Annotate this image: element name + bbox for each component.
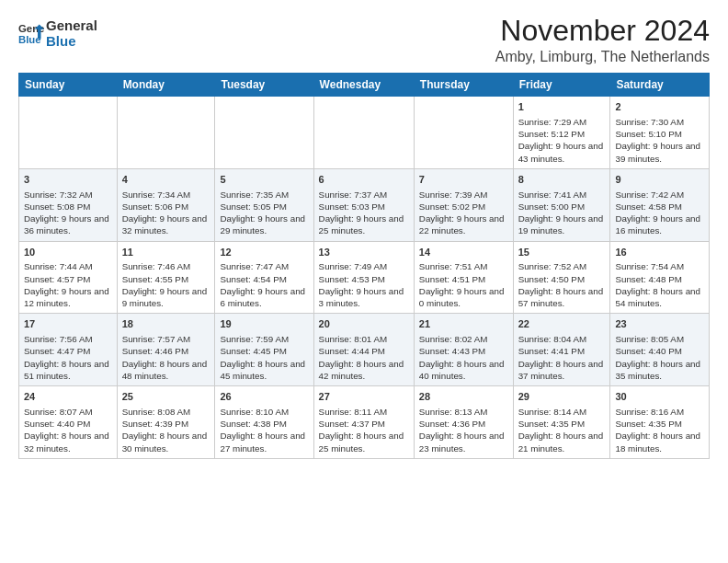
calendar-cell: 15Sunrise: 7:52 AMSunset: 4:50 PMDayligh…	[513, 241, 610, 314]
calendar-cell: 4Sunrise: 7:34 AMSunset: 5:06 PMDaylight…	[117, 168, 215, 241]
day-info: Sunrise: 7:59 AMSunset: 4:45 PMDaylight:…	[220, 333, 308, 382]
col-friday: Friday	[513, 74, 610, 97]
day-info: Sunrise: 7:29 AMSunset: 5:12 PMDaylight:…	[518, 116, 606, 165]
day-info: Sunrise: 7:37 AMSunset: 5:03 PMDaylight:…	[319, 189, 409, 237]
col-sunday: Sunday	[19, 74, 118, 97]
week-row-5: 24Sunrise: 8:07 AMSunset: 4:40 PMDayligh…	[19, 386, 710, 459]
logo-icon: General Blue	[18, 21, 44, 47]
day-number: 24	[24, 390, 112, 404]
calendar-cell: 13Sunrise: 7:49 AMSunset: 4:53 PMDayligh…	[313, 241, 414, 314]
day-info: Sunrise: 7:44 AMSunset: 4:57 PMDaylight:…	[24, 260, 112, 309]
calendar-cell: 12Sunrise: 7:47 AMSunset: 4:54 PMDayligh…	[215, 241, 313, 314]
day-info: Sunrise: 7:32 AMSunset: 5:08 PMDaylight:…	[24, 189, 112, 237]
calendar-cell: 26Sunrise: 8:10 AMSunset: 4:38 PMDayligh…	[215, 386, 313, 459]
calendar-cell: 2Sunrise: 7:30 AMSunset: 5:10 PMDaylight…	[610, 97, 710, 169]
calendar-cell: 19Sunrise: 7:59 AMSunset: 4:45 PMDayligh…	[215, 314, 313, 386]
header: General Blue General Blue November 2024 …	[18, 15, 710, 65]
day-info: Sunrise: 8:10 AMSunset: 4:38 PMDaylight:…	[220, 406, 308, 454]
calendar-cell: 21Sunrise: 8:02 AMSunset: 4:43 PMDayligh…	[414, 314, 513, 386]
day-info: Sunrise: 7:51 AMSunset: 4:51 PMDaylight:…	[419, 260, 508, 309]
day-info: Sunrise: 8:01 AMSunset: 4:44 PMDaylight:…	[319, 333, 409, 382]
calendar-cell: 1Sunrise: 7:29 AMSunset: 5:12 PMDaylight…	[513, 97, 610, 169]
day-number: 3	[24, 173, 112, 187]
logo-line2: Blue	[46, 34, 97, 50]
day-number: 16	[615, 246, 704, 259]
day-number: 12	[220, 246, 308, 259]
col-tuesday: Tuesday	[215, 74, 313, 97]
day-number: 9	[615, 173, 704, 187]
day-info: Sunrise: 7:41 AMSunset: 5:00 PMDaylight:…	[518, 189, 606, 237]
col-monday: Monday	[117, 74, 215, 97]
day-number: 19	[220, 317, 308, 331]
calendar-cell: 28Sunrise: 8:13 AMSunset: 4:36 PMDayligh…	[414, 386, 513, 459]
calendar-cell: 5Sunrise: 7:35 AMSunset: 5:05 PMDaylight…	[215, 168, 313, 241]
day-info: Sunrise: 7:56 AMSunset: 4:47 PMDaylight:…	[24, 333, 112, 382]
week-row-3: 10Sunrise: 7:44 AMSunset: 4:57 PMDayligh…	[19, 241, 710, 314]
calendar-cell: 27Sunrise: 8:11 AMSunset: 4:37 PMDayligh…	[313, 386, 414, 459]
day-number: 10	[24, 246, 112, 259]
day-number: 20	[319, 317, 409, 331]
day-number: 25	[122, 390, 210, 404]
calendar-cell: 8Sunrise: 7:41 AMSunset: 5:00 PMDaylight…	[513, 168, 610, 241]
day-info: Sunrise: 7:30 AMSunset: 5:10 PMDaylight:…	[615, 116, 704, 165]
calendar-cell: 17Sunrise: 7:56 AMSunset: 4:47 PMDayligh…	[19, 314, 118, 386]
day-info: Sunrise: 8:14 AMSunset: 4:35 PMDaylight:…	[518, 406, 606, 454]
day-number: 7	[419, 173, 508, 187]
day-number: 14	[419, 246, 508, 259]
calendar-cell: 24Sunrise: 8:07 AMSunset: 4:40 PMDayligh…	[19, 386, 118, 459]
day-info: Sunrise: 7:52 AMSunset: 4:50 PMDaylight:…	[518, 260, 606, 309]
calendar-cell: 11Sunrise: 7:46 AMSunset: 4:55 PMDayligh…	[117, 241, 215, 314]
calendar-cell: 25Sunrise: 8:08 AMSunset: 4:39 PMDayligh…	[117, 386, 215, 459]
day-number: 17	[24, 317, 112, 331]
day-number: 18	[122, 317, 210, 331]
svg-text:Blue: Blue	[18, 33, 41, 44]
day-number: 27	[319, 390, 409, 404]
day-number: 21	[419, 317, 508, 331]
day-info: Sunrise: 7:42 AMSunset: 4:58 PMDaylight:…	[615, 189, 704, 237]
calendar-cell: 9Sunrise: 7:42 AMSunset: 4:58 PMDaylight…	[610, 168, 710, 241]
day-info: Sunrise: 8:07 AMSunset: 4:40 PMDaylight:…	[24, 406, 112, 454]
day-number: 13	[319, 246, 409, 259]
calendar-cell: 20Sunrise: 8:01 AMSunset: 4:44 PMDayligh…	[313, 314, 414, 386]
calendar-cell	[215, 97, 313, 169]
calendar-cell: 3Sunrise: 7:32 AMSunset: 5:08 PMDaylight…	[19, 168, 118, 241]
week-row-2: 3Sunrise: 7:32 AMSunset: 5:08 PMDaylight…	[19, 168, 710, 241]
day-number: 28	[419, 390, 508, 404]
calendar-cell	[414, 97, 513, 169]
day-info: Sunrise: 7:54 AMSunset: 4:48 PMDaylight:…	[615, 260, 704, 309]
main-title: November 2024	[495, 15, 710, 47]
calendar-header-row: Sunday Monday Tuesday Wednesday Thursday…	[19, 74, 710, 97]
calendar-cell: 7Sunrise: 7:39 AMSunset: 5:02 PMDaylight…	[414, 168, 513, 241]
day-info: Sunrise: 8:13 AMSunset: 4:36 PMDaylight:…	[419, 406, 508, 454]
day-number: 2	[615, 100, 704, 114]
day-info: Sunrise: 8:05 AMSunset: 4:40 PMDaylight:…	[615, 333, 704, 382]
day-info: Sunrise: 8:11 AMSunset: 4:37 PMDaylight:…	[319, 406, 409, 454]
calendar-table: Sunday Monday Tuesday Wednesday Thursday…	[18, 73, 710, 459]
calendar-cell	[313, 97, 414, 169]
calendar-cell: 18Sunrise: 7:57 AMSunset: 4:46 PMDayligh…	[117, 314, 215, 386]
week-row-4: 17Sunrise: 7:56 AMSunset: 4:47 PMDayligh…	[19, 314, 710, 386]
calendar-cell: 22Sunrise: 8:04 AMSunset: 4:41 PMDayligh…	[513, 314, 610, 386]
title-block: November 2024 Amby, Limburg, The Netherl…	[495, 15, 710, 65]
logo: General Blue General Blue	[18, 18, 97, 49]
calendar-cell: 30Sunrise: 8:16 AMSunset: 4:35 PMDayligh…	[610, 386, 710, 459]
day-number: 23	[615, 317, 704, 331]
day-info: Sunrise: 7:57 AMSunset: 4:46 PMDaylight:…	[122, 333, 210, 382]
day-number: 15	[518, 246, 606, 259]
day-info: Sunrise: 8:08 AMSunset: 4:39 PMDaylight:…	[122, 406, 210, 454]
logo-line1: General	[46, 18, 97, 34]
day-number: 29	[518, 390, 606, 404]
day-info: Sunrise: 8:04 AMSunset: 4:41 PMDaylight:…	[518, 333, 606, 382]
calendar-cell	[117, 97, 215, 169]
day-number: 6	[319, 173, 409, 187]
week-row-1: 1Sunrise: 7:29 AMSunset: 5:12 PMDaylight…	[19, 97, 710, 169]
calendar-cell: 6Sunrise: 7:37 AMSunset: 5:03 PMDaylight…	[313, 168, 414, 241]
day-info: Sunrise: 8:16 AMSunset: 4:35 PMDaylight:…	[615, 406, 704, 454]
day-number: 5	[220, 173, 308, 187]
col-wednesday: Wednesday	[313, 74, 414, 97]
col-saturday: Saturday	[610, 74, 710, 97]
calendar-cell	[19, 97, 118, 169]
day-info: Sunrise: 7:39 AMSunset: 5:02 PMDaylight:…	[419, 189, 508, 237]
day-info: Sunrise: 7:35 AMSunset: 5:05 PMDaylight:…	[220, 189, 308, 237]
day-info: Sunrise: 7:47 AMSunset: 4:54 PMDaylight:…	[220, 260, 308, 309]
